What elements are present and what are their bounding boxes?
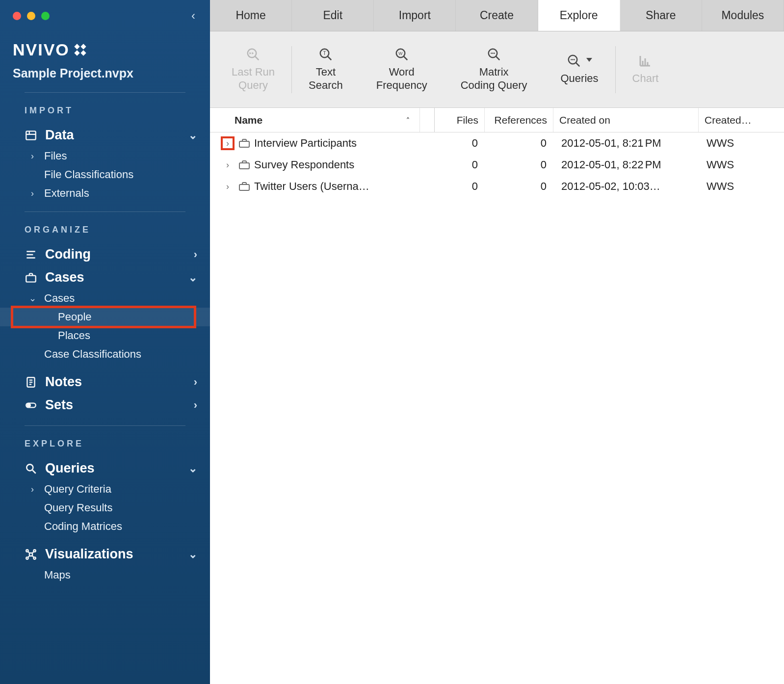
tab-edit[interactable]: Edit	[292, 0, 374, 31]
column-references[interactable]: References	[485, 108, 553, 132]
svg-point-19	[33, 557, 35, 559]
ribbon-text-search[interactable]: T TextSearch	[292, 31, 360, 107]
briefcase-icon	[238, 138, 250, 148]
svg-line-38	[576, 63, 580, 67]
svg-rect-0	[26, 131, 36, 139]
svg-line-23	[32, 555, 33, 557]
svg-rect-47	[239, 141, 249, 147]
label: Externals	[44, 187, 89, 200]
line1: Matrix	[479, 66, 509, 78]
svg-point-16	[26, 550, 28, 552]
main-pane: Home Edit Import Create Explore Share Mo…	[210, 0, 784, 684]
label: Queries	[560, 72, 598, 84]
sidebar-item-maps[interactable]: Maps	[0, 566, 210, 584]
svg-line-21	[32, 552, 33, 553]
nav-data[interactable]: Data ⌄	[0, 124, 210, 147]
line1: Word	[389, 66, 415, 78]
svg-text:W: W	[398, 51, 403, 56]
notes-icon	[25, 376, 37, 389]
cell-files: 0	[435, 158, 485, 171]
window-maximize-icon[interactable]	[41, 12, 50, 20]
svg-line-20	[28, 552, 30, 553]
sidebar-item-cases[interactable]: ⌄ Cases	[0, 289, 210, 308]
sidebar-collapse-icon[interactable]: ‹	[191, 9, 195, 23]
ribbon-chart: Chart	[616, 31, 676, 107]
ribbon-word-frequency[interactable]: W WordFrequency	[360, 31, 444, 107]
nav-coding[interactable]: Coding ›	[0, 243, 210, 266]
sidebar: ‹ NVIVO Sample Project.nvpx IMPORT Data …	[0, 0, 210, 684]
sidebar-item-externals[interactable]: › Externals	[0, 184, 210, 203]
sidebar-item-file-classifications[interactable]: File Classifications	[0, 165, 210, 184]
rewind-search-icon	[246, 47, 261, 62]
line2: Frequency	[376, 79, 427, 92]
label: Query Results	[44, 501, 112, 514]
chevron-down-icon: ⌄	[188, 271, 197, 284]
ribbon-matrix-coding-query[interactable]: MatrixCoding Query	[444, 31, 544, 107]
sidebar-item-files[interactable]: › Files	[0, 147, 210, 165]
nav-cases[interactable]: Cases ⌄	[0, 266, 210, 289]
chevron-down-icon: ⌄	[188, 129, 197, 142]
tab-share[interactable]: Share	[620, 0, 702, 31]
svg-line-27	[328, 56, 332, 60]
nav-sets[interactable]: Sets ›	[0, 394, 210, 417]
tab-modules[interactable]: Modules	[702, 0, 784, 31]
table-body: › Interview Participants 0 0 2012-05-01,…	[210, 132, 784, 684]
sidebar-item-coding-matrices[interactable]: Coding Matrices	[0, 517, 210, 536]
table-row[interactable]: › Interview Participants 0 0 2012-05-01,…	[210, 132, 784, 154]
cell-references: 0	[485, 180, 553, 193]
sidebar-item-people[interactable]: People	[0, 308, 210, 326]
table-row[interactable]: › Survey Respondents 0 0 2012-05-01, 8:2…	[210, 154, 784, 176]
label: Places	[58, 329, 90, 342]
label: File Classifications	[44, 168, 133, 181]
toggle-icon	[25, 399, 37, 412]
section-import-label: IMPORT	[0, 93, 210, 124]
brand-label: NVIVO	[13, 40, 70, 59]
tab-explore[interactable]: Explore	[538, 0, 620, 31]
cell-created: 2012-05-01, 8:21 PM	[553, 137, 699, 150]
window-controls: ‹	[0, 9, 210, 23]
chevron-down-icon: ⌄	[188, 462, 197, 475]
label: Files	[457, 114, 478, 126]
sort-asc-icon: ˄	[406, 116, 410, 124]
tab-import[interactable]: Import	[374, 0, 456, 31]
svg-line-30	[404, 56, 408, 60]
matrix-query-icon	[487, 47, 501, 62]
row-expander-icon[interactable]: ›	[221, 136, 235, 150]
nav-notes[interactable]: Notes ›	[0, 370, 210, 394]
column-created-on[interactable]: Created on	[553, 108, 699, 132]
cell-references: 0	[485, 158, 553, 171]
nav-queries[interactable]: Queries ⌄	[0, 457, 210, 480]
window-close-icon[interactable]	[13, 12, 21, 20]
table-row[interactable]: › Twitter Users (Userna… 0 0 2012-05-02,…	[210, 176, 784, 197]
cell-name: › Survey Respondents	[210, 158, 420, 172]
nav-queries-label: Queries	[45, 461, 95, 476]
network-icon	[25, 548, 37, 561]
sidebar-item-query-results[interactable]: Query Results	[0, 499, 210, 517]
word-frequency-icon: W	[394, 47, 409, 62]
tab-home[interactable]: Home	[210, 0, 292, 31]
nav-visualizations[interactable]: Visualizations ⌄	[0, 543, 210, 566]
nav-sets-label: Sets	[45, 397, 73, 413]
window-minimize-icon[interactable]	[27, 12, 35, 20]
tab-bar: Home Edit Import Create Explore Share Mo…	[210, 0, 784, 31]
cell-created: 2012-05-02, 10:03…	[553, 180, 699, 193]
ribbon-queries-dropdown[interactable]: Queries	[544, 31, 615, 107]
label: Maps	[44, 569, 71, 581]
label: Created…	[705, 114, 752, 126]
name-text: Survey Respondents	[254, 158, 354, 171]
sidebar-item-query-criteria[interactable]: › Query Criteria	[0, 480, 210, 499]
column-name[interactable]: Name ˄	[210, 108, 420, 132]
svg-line-25	[255, 56, 259, 60]
label: People	[58, 311, 92, 323]
column-spacer	[420, 108, 435, 132]
sidebar-item-places[interactable]: Places	[0, 326, 210, 345]
row-expander-icon[interactable]: ›	[221, 158, 235, 172]
cell-files: 0	[435, 180, 485, 193]
column-created-by[interactable]: Created…	[699, 108, 784, 132]
tab-create[interactable]: Create	[456, 0, 538, 31]
sidebar-item-case-classifications[interactable]: Case Classifications	[0, 345, 210, 364]
column-files[interactable]: Files	[435, 108, 485, 132]
row-expander-icon[interactable]: ›	[221, 180, 235, 193]
chevron-right-icon: ›	[27, 188, 37, 199]
ribbon-last-run-query: Last RunQuery	[215, 31, 291, 107]
